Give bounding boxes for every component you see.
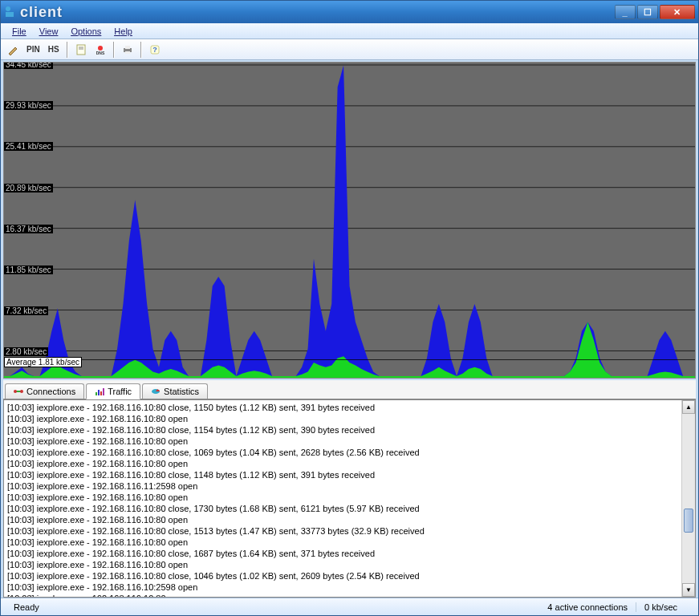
connections-icon	[14, 387, 23, 396]
tab-statistics[interactable]: Statistics	[142, 383, 208, 399]
dns-icon[interactable]: DNS	[91, 41, 109, 59]
pencil-icon[interactable]	[4, 41, 22, 59]
log-line: [10:03] iexplore.exe - 192.168.116.10:80…	[7, 458, 678, 469]
window-controls: _ ☐ ✕	[615, 5, 695, 19]
svg-rect-26	[100, 391, 102, 395]
svg-point-22	[14, 390, 17, 393]
average-label: Average 1.81 kb/sec	[4, 357, 82, 367]
chart-canvas	[4, 63, 695, 378]
pin-button[interactable]: PIN	[23, 41, 43, 59]
svg-rect-27	[103, 388, 104, 395]
scroll-thumb[interactable]	[684, 509, 693, 533]
log-line: [10:03] iexplore.exe - 192.168.116.10:80…	[7, 537, 678, 548]
svg-text:DNS: DNS	[96, 51, 104, 55]
help-icon[interactable]: ?	[146, 41, 164, 59]
log-line: [10:03] iexplore.exe - 192.168.116.10:80…	[7, 413, 678, 424]
y-axis-tick: 20.89 kb/sec	[4, 184, 53, 192]
hs-button[interactable]: HS	[45, 41, 63, 59]
minimize-button[interactable]: _	[615, 5, 636, 19]
scroll-down-icon[interactable]: ▼	[682, 583, 695, 597]
svg-rect-1	[6, 12, 14, 17]
svg-rect-24	[96, 392, 97, 395]
y-axis-tick: 34.45 kb/sec	[4, 62, 53, 69]
svg-point-0	[6, 6, 10, 11]
scroll-up-icon[interactable]: ▲	[682, 400, 695, 414]
log-line: [10:03] iexplore.exe - 192.168.116.10:80…	[7, 447, 678, 458]
toolbar-separator	[113, 42, 115, 58]
log-line: [10:03] iexplore.exe - 192.168.116.10:80…	[7, 570, 678, 582]
log-line: [10:03] iexplore.exe - 192.168.116.10:25…	[7, 582, 678, 593]
menubar: File View Options Help	[1, 23, 698, 39]
document-icon[interactable]	[72, 41, 90, 59]
titlebar[interactable]: client _ ☐ ✕	[1, 1, 698, 23]
toolbar-separator	[140, 42, 142, 58]
y-axis-tick: 16.37 kb/sec	[4, 225, 53, 233]
y-axis-tick: 25.41 kb/sec	[4, 142, 53, 151]
log-panel: [10:03] iexplore.exe - 192.168.116.10:80…	[3, 399, 696, 598]
log-line: [10:03] iexplore.exe - 192.168.116.10:80…	[7, 469, 678, 480]
log-line: [10:03] iexplore.exe - 192.168.116.10:80…	[7, 514, 678, 525]
log-line: [10:03] iexplore.exe - 192.168.116.10:80…	[7, 548, 678, 559]
app-icon	[4, 6, 17, 18]
menu-options[interactable]: Options	[64, 25, 108, 38]
tab-label: Statistics	[164, 387, 199, 396]
svg-rect-9	[125, 51, 130, 54]
svg-rect-25	[98, 390, 100, 395]
log-line: [10:03] iexplore.exe - 192.168.116.10:80…	[7, 436, 678, 447]
tab-traffic[interactable]: Traffic	[86, 383, 140, 399]
svg-point-23	[20, 390, 23, 393]
log-line: [10:03] iexplore.exe - 192.168.116.10:80…	[7, 424, 678, 436]
maximize-button[interactable]: ☐	[637, 5, 658, 19]
log-line: [10:03] iexplore.exe - 192.168.116.10:80…	[7, 525, 678, 537]
tab-label: Connections	[26, 387, 75, 396]
tab-label: Traffic	[108, 387, 132, 396]
print-icon[interactable]	[119, 41, 136, 59]
svg-rect-8	[125, 46, 130, 49]
menu-file[interactable]: File	[6, 25, 33, 38]
statistics-icon	[151, 387, 161, 396]
log-line: [10:03] iexplore.exe - 192.168.116.10:80…	[7, 492, 678, 503]
traffic-icon	[95, 387, 104, 396]
close-button[interactable]: ✕	[660, 5, 695, 19]
log-line: [10:03] iexplore.exe - 192.168.116.10:80…	[7, 402, 678, 413]
y-axis-tick: 2.80 kb/sec	[4, 347, 48, 356]
tab-connections[interactable]: Connections	[5, 383, 84, 399]
svg-text:?: ?	[152, 46, 157, 54]
window-title: client	[20, 4, 615, 21]
y-axis-tick: 11.85 kb/sec	[4, 265, 53, 274]
log-line: [10:03] iexplore.exe - 192.168.116.11:25…	[7, 480, 678, 492]
y-axis-tick: 7.32 kb/sec	[4, 306, 48, 315]
toolbar-separator	[67, 42, 68, 58]
log-content[interactable]: [10:03] iexplore.exe - 192.168.116.10:80…	[4, 400, 681, 597]
status-ready: Ready	[6, 602, 539, 612]
traffic-chart: 34.45 kb/sec29.93 kb/sec25.41 kb/sec20.8…	[3, 62, 696, 379]
log-line: [10:03] iexplore.exe - 192.168.116.10:80…	[7, 593, 678, 597]
log-line: [10:03] iexplore.exe - 192.168.116.10:80…	[7, 503, 678, 514]
status-connections: 4 active connections	[539, 602, 636, 612]
tab-strip: Connections Traffic Statistics	[3, 380, 696, 399]
status-rate: 0 kb/sec	[636, 602, 693, 612]
svg-rect-2	[77, 45, 85, 55]
scrollbar[interactable]: ▲ ▼	[681, 400, 695, 597]
menu-help[interactable]: Help	[108, 25, 139, 38]
statusbar: Ready 4 active connections 0 kb/sec	[1, 598, 698, 615]
y-axis-tick: 29.93 kb/sec	[4, 101, 53, 110]
menu-view[interactable]: View	[33, 25, 65, 38]
toolbar: PIN HS DNS ?	[1, 39, 698, 60]
log-line: [10:03] iexplore.exe - 192.168.116.10:80…	[7, 559, 678, 570]
app-window: client _ ☐ ✕ File View Options Help PIN …	[0, 0, 699, 616]
